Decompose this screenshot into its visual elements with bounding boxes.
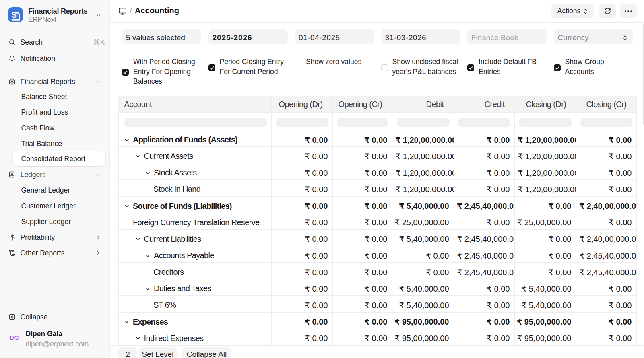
svg-text:$: $	[12, 10, 17, 19]
